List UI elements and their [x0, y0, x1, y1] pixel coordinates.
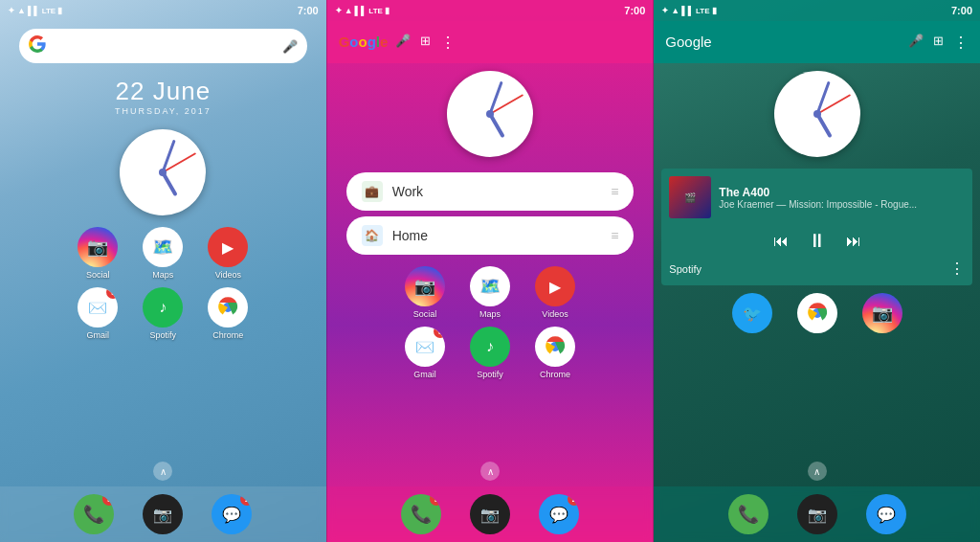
app-label-maps-2: Maps [479, 309, 501, 319]
mic-icon-pink[interactable]: 🎤 [395, 34, 411, 52]
app-videos-1[interactable]: ▶ Videos [203, 227, 253, 280]
folder-work[interactable]: 💼 Work ≡ [346, 172, 635, 211]
google-logo-teal: Google [665, 34, 901, 51]
messages-badge-2: 2 [568, 494, 579, 506]
app-maps-1[interactable]: 🗺️ Maps [138, 227, 188, 280]
app-row-3-1: 🐦 📷 [663, 293, 970, 333]
drawer-handle-3[interactable]: ∧ [654, 456, 980, 486]
app-social-2[interactable]: 📷 Social [400, 266, 450, 319]
app-icon-img-social-2: 📷 [405, 266, 445, 306]
app-icon-img-twitter-3: 🐦 [732, 293, 772, 333]
status-bar-2: ✦ ▲ ▌▌ LTE ▮ 7:00 [327, 0, 654, 21]
app-label-gmail-1: Gmail [87, 330, 110, 340]
pause-button[interactable]: ⏸ [808, 230, 827, 252]
app-label-videos-2: Videos [542, 309, 568, 319]
status-bar-1: ✦ ▲ ▌▌ LTE ▮ 7:00 [0, 0, 326, 21]
gmail-badge-1: 5 [106, 287, 118, 299]
app-twitter-3[interactable]: 🐦 [727, 293, 777, 333]
app-icon-img-videos-1: ▶ [208, 227, 248, 267]
app-icon-img-maps-2: 🗺️ [470, 266, 510, 306]
app-label-videos-1: Videos [215, 270, 241, 280]
app-label-chrome-2: Chrome [540, 370, 570, 379]
more-icon-pink[interactable]: ⋮ [440, 34, 456, 52]
app-instagram-3[interactable]: 📷 [858, 293, 907, 333]
dock-camera-3[interactable]: 📷 [792, 494, 842, 534]
dock-messages-img-3: 💬 [866, 494, 906, 534]
clock-face-3 [774, 71, 860, 157]
app-chrome-3[interactable] [792, 293, 842, 333]
signal-icon-3: ▌▌ [681, 6, 694, 15]
dock-phone-3[interactable]: 📞 [724, 494, 773, 534]
dock-phone-img-2: 📞 3 [401, 494, 441, 534]
drawer-handle-2[interactable]: ∧ [327, 456, 654, 486]
next-button[interactable]: ⏭ [846, 233, 861, 250]
app-social-1[interactable]: 📷 Social [73, 227, 122, 280]
google-logo-1 [29, 35, 46, 56]
google-search-bar-1[interactable]: 🎤 [19, 29, 307, 63]
dock-camera-2[interactable]: 📷 [465, 494, 515, 534]
bottom-dock-1: 📞 3 📷 💬 2 [0, 486, 326, 542]
music-title: The A400 [719, 186, 965, 199]
dock-phone-2[interactable]: 📞 3 [396, 494, 446, 534]
dock-phone-img-3: 📞 [728, 494, 768, 534]
app-icon-img-social-1: 📷 [78, 227, 118, 267]
wifi-icon-3: ▲ [671, 6, 679, 15]
folder-home[interactable]: 🏠 Home ≡ [346, 216, 635, 255]
status-time-3: 7:00 [951, 5, 972, 16]
app-spotify-2[interactable]: ♪ Spotify [465, 327, 515, 379]
app-maps-2[interactable]: 🗺️ Maps [465, 266, 515, 319]
clock-1 [0, 122, 326, 223]
prev-button[interactable]: ⏮ [773, 233, 789, 250]
status-icons-left-3: ✦ ▲ ▌▌ LTE ▮ [661, 6, 716, 15]
clock-center-2 [486, 110, 494, 118]
app-chrome-2[interactable]: Chrome [530, 327, 580, 379]
folder-work-menu[interactable]: ≡ [611, 184, 618, 199]
phone-badge-1: 3 [102, 494, 114, 506]
app-gmail-2[interactable]: ✉️ 5 Gmail [400, 327, 450, 379]
dock-camera-1[interactable]: 📷 [138, 494, 188, 534]
lte-label: LTE [42, 7, 56, 15]
more-icon-teal[interactable]: ⋮ [953, 34, 969, 52]
app-row-2-2: ✉️ 5 Gmail ♪ Spotify [337, 327, 644, 379]
folder-home-menu[interactable]: ≡ [611, 228, 618, 243]
folder-work-label: Work [392, 184, 602, 199]
grid-icon-pink[interactable]: ⊞ [420, 34, 431, 52]
grid-icon-teal[interactable]: ⊞ [933, 34, 944, 52]
dock-messages-1[interactable]: 💬 2 [207, 494, 256, 534]
bar-icons-pink: 🎤 ⊞ ⋮ [395, 34, 456, 52]
clock-center-3 [813, 110, 821, 118]
app-icon-img-chrome-1 [208, 287, 248, 327]
dock-phone-1[interactable]: 📞 3 [69, 494, 119, 534]
app-row-1-1: 📷 Social 🗺️ Maps ▶ Videos [10, 227, 317, 280]
phone-badge-2: 3 [430, 494, 441, 506]
dock-camera-img-2: 📷 [470, 494, 510, 534]
dock-messages-img-1: 💬 2 [212, 494, 252, 534]
dock-messages-3[interactable]: 💬 [861, 494, 911, 534]
drawer-arrow-3: ∧ [808, 462, 827, 481]
music-more-icon[interactable]: ⋮ [949, 260, 965, 278]
folder-home-icon: 🏠 [362, 225, 383, 246]
mic-icon-teal[interactable]: 🎤 [908, 34, 924, 52]
app-gmail-1[interactable]: ✉️ 5 Gmail [73, 287, 122, 340]
app-label-gmail-2: Gmail [413, 370, 436, 379]
music-info: The A400 Joe Kraemer — Mission: Impossib… [719, 186, 965, 210]
app-spotify-1[interactable]: ♪ Spotify [138, 287, 188, 340]
app-icon-img-chrome-3 [797, 293, 837, 333]
app-label-maps-1: Maps [152, 270, 173, 280]
folder-home-label: Home [392, 228, 602, 243]
clock-2 [327, 63, 654, 165]
status-icons-left-2: ✦ ▲ ▌▌ LTE ▮ [335, 6, 390, 15]
folder-work-icon: 💼 [362, 181, 383, 202]
drawer-handle-1[interactable]: ∧ [0, 456, 326, 486]
app-videos-2[interactable]: ▶ Videos [530, 266, 580, 319]
app-label-spotify-1: Spotify [150, 330, 177, 340]
signal-icon: ▌▌ [28, 6, 40, 15]
lte-label-2: LTE [368, 7, 383, 15]
album-art: 🎬 [669, 176, 711, 218]
mic-icon-1[interactable]: 🎤 [282, 39, 298, 54]
app-chrome-1[interactable]: Chrome [203, 287, 253, 340]
dock-messages-2[interactable]: 💬 2 [534, 494, 584, 534]
status-bar-3: ✦ ▲ ▌▌ LTE ▮ 7:00 [654, 0, 980, 21]
app-grid-3: 🐦 📷 [654, 289, 980, 456]
panel-1: ✦ ▲ ▌▌ LTE ▮ 7:00 🎤 22 June TH [0, 0, 326, 542]
